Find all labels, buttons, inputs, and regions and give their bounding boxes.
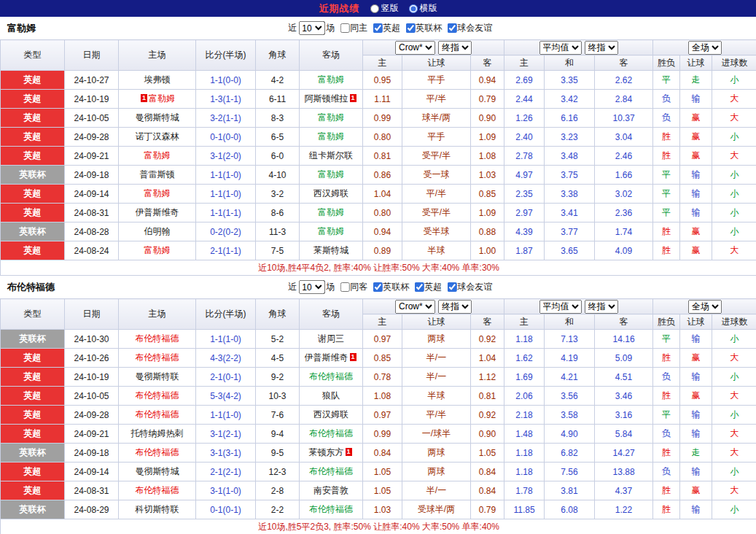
layout-radio-horizontal[interactable]: 横版 xyxy=(409,2,437,15)
home-team-cell: 诺丁汉森林 xyxy=(119,128,196,147)
filter-checkbox-input[interactable] xyxy=(405,23,415,33)
score-cell[interactable]: 3-1(2-1) xyxy=(196,425,256,444)
avg-type-select[interactable]: 终指 xyxy=(585,300,618,314)
score-cell[interactable]: 1-1(1-0) xyxy=(196,185,256,204)
scope-select[interactable]: 全场 xyxy=(688,41,722,55)
avg-odds-cell: 3.58 xyxy=(545,406,595,425)
handicap-odds-cell: 0.95 xyxy=(363,71,402,90)
red-card-badge: 1 xyxy=(350,353,356,361)
score-cell[interactable]: 3-1(1-0) xyxy=(196,481,256,500)
filter-checkbox-input[interactable] xyxy=(340,23,349,33)
date-cell: 24-10-26 xyxy=(65,349,119,368)
league-cell: 英超 xyxy=(1,349,65,368)
handicap-odds-cell: 1.05 xyxy=(363,481,402,500)
score-cell[interactable]: 2-1(0-1) xyxy=(196,368,256,387)
score-cell[interactable]: 4-3(2-2) xyxy=(196,349,256,368)
filter-checkbox-input[interactable] xyxy=(447,282,456,292)
handicap-odds-cell: 0.78 xyxy=(363,368,402,387)
filter-checkbox-0[interactable]: 同客 xyxy=(336,281,367,293)
avg-select[interactable]: 平均值 xyxy=(539,41,582,55)
section-header: 富勒姆近10场同主英超英联杯球会友谊 xyxy=(0,17,756,39)
avg-odds-cell: 1.74 xyxy=(595,222,653,241)
score-cell[interactable]: 3-1(2-0) xyxy=(196,147,256,166)
filter-checkbox-label: 同主 xyxy=(350,22,367,34)
score-cell[interactable]: 1-1(1-0) xyxy=(196,166,256,185)
column-subheader: 主 xyxy=(363,55,402,71)
score-cell[interactable]: 2-1(2-1) xyxy=(196,463,256,481)
filter-checkbox-0[interactable]: 同主 xyxy=(336,22,367,34)
filter-bar: 近10场同主英超英联杯球会友谊 xyxy=(288,21,492,35)
match-row: 英超24-09-21富勒姆3-1(2-0)6-0纽卡斯尔联0.81受平/半1.0… xyxy=(1,147,756,166)
score-cell[interactable]: 1-1(1-0) xyxy=(196,406,256,425)
column-header: 主场 xyxy=(119,40,196,71)
filter-checkbox-3[interactable]: 球会友谊 xyxy=(443,281,492,293)
filter-checkbox-input[interactable] xyxy=(340,282,349,292)
handicap-odds-cell: 1.08 xyxy=(471,147,504,166)
league-cell: 英超 xyxy=(1,71,65,90)
score-cell[interactable]: 3-1(3-1) xyxy=(196,444,256,463)
filter-checkbox-input[interactable] xyxy=(373,23,382,33)
odds-type-select[interactable]: 终指 xyxy=(438,41,472,55)
avg-odds-cell: 2.69 xyxy=(504,71,545,90)
goals-result-cell: 小 xyxy=(712,368,756,387)
odds-type-select[interactable]: 终指 xyxy=(438,300,472,314)
away-team-cell: 富勒姆 xyxy=(300,128,363,147)
column-subheader: 客 xyxy=(471,55,504,71)
score-cell[interactable]: 1-1(1-1) xyxy=(196,204,256,222)
avg-select[interactable]: 平均值 xyxy=(539,300,582,314)
layout-radio-horizontal-input[interactable] xyxy=(409,4,418,13)
recent-count-select[interactable]: 10 xyxy=(298,21,324,35)
column-subheader: 和 xyxy=(545,55,595,71)
away-team-cell: 莱斯特城 xyxy=(300,241,363,260)
handicap-odds-cell: 0.80 xyxy=(363,204,402,222)
avg-odds-cell: 3.46 xyxy=(595,387,653,406)
handicap-odds-cell: 0.88 xyxy=(471,222,504,241)
filter-checkbox-3[interactable]: 球会友谊 xyxy=(443,22,492,34)
score-cell[interactable]: 5-3(4-2) xyxy=(196,387,256,406)
match-row: 英超24-08-24富勒姆2-1(1-1)7-5莱斯特城0.89半球1.001.… xyxy=(1,241,756,260)
matches-table: 类型日期主场比分(半场)角球客场Crow*终指平均值终指全场主让球客主和客胜负让… xyxy=(0,39,756,276)
filter-checkbox-2[interactable]: 英超 xyxy=(410,281,442,293)
home-team-name: 曼彻斯特城 xyxy=(136,466,179,476)
home-team-cell: 曼彻斯特城 xyxy=(119,463,196,481)
away-team-cell: 富勒姆 xyxy=(300,109,363,128)
score-cell[interactable]: 2-1(1-1) xyxy=(196,241,256,260)
score-cell[interactable]: 0-1(0-0) xyxy=(196,128,256,147)
handicap-odds-cell: 1.04 xyxy=(363,185,402,204)
filter-checkbox-input[interactable] xyxy=(447,23,456,33)
layout-radio-vertical-input[interactable] xyxy=(370,4,379,13)
handicap-odds-cell: 0.86 xyxy=(363,166,402,185)
score-cell[interactable]: 1-3(1-1) xyxy=(196,90,256,109)
filter-checkbox-input[interactable] xyxy=(414,282,424,292)
home-team-name: 布伦特福德 xyxy=(136,409,179,419)
corners-cell: 2-8 xyxy=(256,481,300,500)
date-cell: 24-09-21 xyxy=(65,147,119,166)
filter-checkbox-1[interactable]: 英超 xyxy=(369,22,400,34)
score-cell[interactable]: 3-2(1-1) xyxy=(196,109,256,128)
recent-count-select[interactable]: 10 xyxy=(298,280,324,294)
date-cell: 24-10-05 xyxy=(65,109,119,128)
corners-cell: 12-3 xyxy=(256,463,300,481)
score-cell[interactable]: 0-1(0-1) xyxy=(196,500,256,519)
company-select[interactable]: Crow* xyxy=(395,41,435,55)
filter-checkbox-1[interactable]: 英联杯 xyxy=(369,281,409,293)
layout-radio-vertical[interactable]: 竖版 xyxy=(370,2,399,15)
score-cell[interactable]: 1-1(1-0) xyxy=(196,330,256,349)
filter-checkbox-2[interactable]: 英联杯 xyxy=(402,22,442,34)
avg-odds-cell: 2.40 xyxy=(504,128,545,147)
score-cell[interactable]: 1-1(0-0) xyxy=(196,71,256,90)
result-cell: 胜 xyxy=(653,222,680,241)
handicap-odds-cell: 0.81 xyxy=(363,147,402,166)
home-team-cell: 伯明翰 xyxy=(119,222,196,241)
league-cell: 英联杯 xyxy=(1,444,65,463)
handicap-result-cell: 输 xyxy=(680,406,712,425)
handicap-odds-cell: 平/半 xyxy=(402,90,471,109)
result-cell: 负 xyxy=(653,109,680,128)
column-header: 客场 xyxy=(300,40,363,71)
scope-select[interactable]: 全场 xyxy=(688,300,722,314)
filter-checkbox-input[interactable] xyxy=(373,282,382,292)
avg-type-select[interactable]: 终指 xyxy=(585,41,618,55)
avg-odds-cell: 1.18 xyxy=(504,463,545,481)
score-cell[interactable]: 0-2(0-2) xyxy=(196,222,256,241)
company-select[interactable]: Crow* xyxy=(395,300,435,314)
